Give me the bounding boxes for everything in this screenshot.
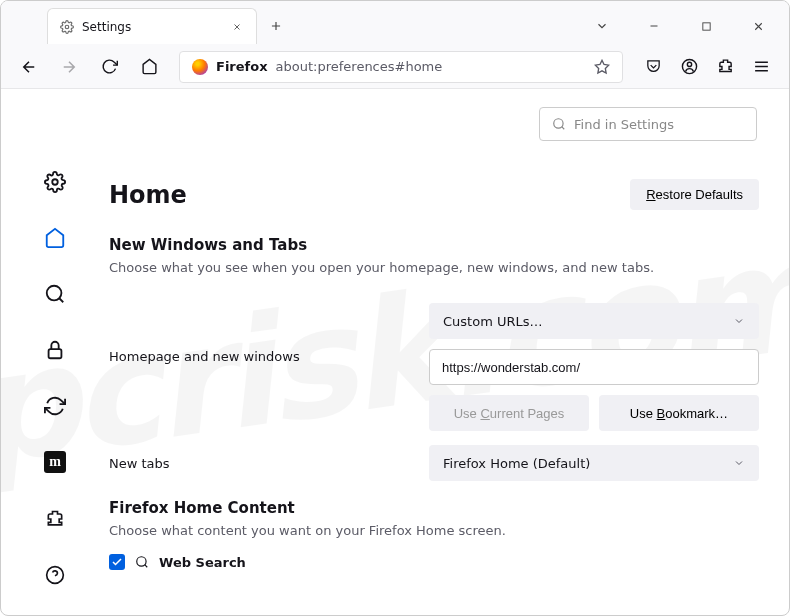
new-tab-button[interactable] [261,11,291,41]
chevron-down-icon [733,457,745,469]
plus-icon [269,19,283,33]
menu-button[interactable] [745,51,777,83]
find-placeholder: Find in Settings [574,117,674,132]
svg-rect-1 [702,22,709,29]
close-icon [752,20,765,33]
page-title: Home [109,181,187,209]
window-controls [587,11,779,41]
section-heading-home-content: Firefox Home Content [109,499,759,517]
select-value: Custom URLs… [443,314,543,329]
svg-point-4 [52,179,58,185]
gear-icon [60,20,74,34]
minimize-button[interactable] [639,11,669,41]
chevron-down-icon [733,315,745,327]
maximize-button[interactable] [691,11,721,41]
web-search-label: Web Search [159,555,246,570]
hamburger-icon [753,58,770,75]
tabs-dropdown-button[interactable] [587,11,617,41]
sync-icon [44,395,66,417]
close-window-button[interactable] [743,11,773,41]
firefox-icon [192,59,208,75]
chevron-down-icon [595,19,609,33]
section-desc-windows-tabs: Choose what you see when you open your h… [109,260,759,275]
close-icon[interactable] [230,20,244,34]
url-bar[interactable]: Firefox about:preferences#home [179,51,623,83]
svg-point-5 [47,286,62,301]
tab-strip: Settings [1,1,789,45]
web-search-option[interactable]: Web Search [109,554,759,570]
tab-title: Settings [82,20,131,34]
url-brand: Firefox [216,59,268,74]
home-button[interactable] [133,51,165,83]
search-icon [552,117,566,131]
extensions-button[interactable] [709,51,741,83]
svg-rect-6 [49,349,62,358]
sidebar-item-privacy[interactable] [37,332,73,368]
sidebar-item-addons[interactable] [37,501,73,537]
find-in-settings[interactable]: Find in Settings [539,107,757,141]
maximize-icon [701,21,712,32]
arrow-right-icon [60,58,78,76]
bookmark-star-icon[interactable] [594,59,610,75]
arrow-left-icon [20,58,38,76]
extensions-icon [45,509,65,529]
main-area: Find in Settings Home Restore Defaults N… [109,89,789,616]
svg-point-0 [65,25,69,29]
newtabs-label: New tabs [109,456,429,471]
web-search-checkbox[interactable] [109,554,125,570]
account-icon [681,58,698,75]
svg-point-3 [687,62,691,66]
home-icon [44,227,66,249]
minimize-icon [648,20,660,32]
back-button[interactable] [13,51,45,83]
newtabs-select[interactable]: Firefox Home (Default) [429,445,759,481]
use-bookmark-button[interactable]: Use Bookmark… [599,395,759,431]
sidebar-item-search[interactable] [37,276,73,312]
restore-defaults-button[interactable]: Restore Defaults [630,179,759,210]
homepage-mode-select[interactable]: Custom URLs… [429,303,759,339]
extensions-icon [717,58,734,75]
sidebar-item-general[interactable] [37,164,73,200]
content: pcrisk.com m [1,89,789,616]
gear-icon [44,171,66,193]
search-icon [135,555,149,569]
m-badge: m [44,451,66,473]
use-current-pages-button[interactable]: Use Current Pages [429,395,589,431]
homepage-url-input[interactable] [429,349,759,385]
reload-icon [101,58,118,75]
sidebar-item-sync[interactable] [37,388,73,424]
sidebar-item-more[interactable]: m [37,444,73,480]
select-value: Firefox Home (Default) [443,456,590,471]
pocket-button[interactable] [637,51,669,83]
search-icon [44,283,66,305]
homepage-label: Homepage and new windows [109,303,429,364]
section-heading-windows-tabs: New Windows and Tabs [109,236,759,254]
account-button[interactable] [673,51,705,83]
toolbar: Firefox about:preferences#home [1,45,789,89]
svg-point-8 [554,119,563,128]
browser-tab-settings[interactable]: Settings [47,8,257,44]
help-icon [45,565,65,585]
home-icon [141,58,158,75]
url-address: about:preferences#home [276,59,586,74]
svg-point-9 [137,557,146,566]
sidebar-item-help[interactable] [37,557,73,593]
reload-button[interactable] [93,51,125,83]
forward-button[interactable] [53,51,85,83]
check-icon [111,556,123,568]
lock-icon [44,339,66,361]
settings-sidebar: m [1,89,109,616]
page-header: Home Restore Defaults [109,179,759,210]
section-desc-home-content: Choose what content you want on your Fir… [109,523,759,538]
pocket-icon [645,58,662,75]
sidebar-item-home[interactable] [37,220,73,256]
